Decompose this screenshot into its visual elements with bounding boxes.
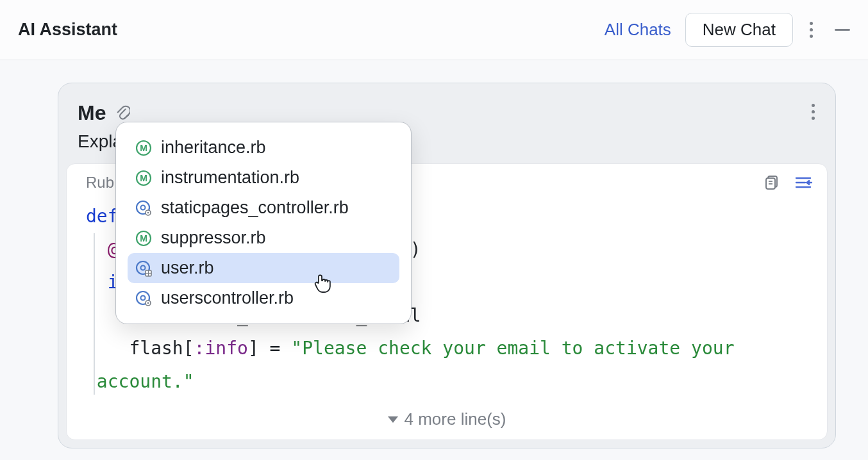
code-language-label: Rub [86,174,114,192]
code-gutter [94,233,95,395]
file-item-inheritance[interactable]: M inheritance.rb [128,133,399,163]
file-item-label: inheritance.rb [161,138,266,158]
copy-icon[interactable] [763,173,782,192]
module-icon: M [135,170,152,186]
file-item-user[interactable]: user.rb [128,253,399,283]
svg-point-12 [141,205,146,209]
attachment-icon[interactable] [116,105,130,122]
module-icon: M [135,140,152,156]
svg-point-14 [147,211,149,213]
svg-point-18 [141,265,146,270]
app-title: AI Assistant [18,20,117,40]
new-chat-button[interactable]: New Chat [685,13,793,47]
header-bar: AI Assistant All Chats New Chat [0,0,868,60]
file-item-label: suppressor.rb [161,228,266,248]
svg-text:M: M [140,143,147,153]
file-item-label: instrumentation.rb [161,168,299,188]
chevron-down-icon [388,416,398,423]
message-author: Me [78,101,106,125]
code-token-keyword: def [86,206,119,227]
svg-text:M: M [140,233,147,243]
svg-text:M: M [140,173,147,183]
controller-icon [135,260,152,277]
insert-code-icon[interactable] [794,173,813,192]
code-token-symbol: :info [194,338,248,359]
file-item-label: userscontroller.rb [161,288,294,308]
code-token-string: "Please check your email to activate you… [291,338,734,359]
code-token-text: flash[ [129,338,194,359]
all-chats-link[interactable]: All Chats [605,20,671,40]
header-actions: All Chats New Chat [605,13,850,47]
controller-icon [135,290,152,307]
file-item-userscontroller[interactable]: userscontroller.rb [128,283,399,313]
minimize-icon[interactable] [835,29,850,31]
header-more-icon[interactable] [807,19,815,40]
file-item-suppressor[interactable]: M suppressor.rb [128,223,399,253]
code-token-text: ] = [248,338,291,359]
file-picker-popup: M inheritance.rb M instrumentation.rb st… [115,122,412,324]
svg-point-23 [141,295,146,300]
code-token-string: account." [86,371,194,392]
svg-point-25 [147,302,149,304]
expand-code-button[interactable]: 4 more line(s) [67,404,827,439]
file-item-label: staticpages_controller.rb [161,198,349,218]
module-icon: M [135,230,152,247]
file-item-staticpages[interactable]: staticpages_controller.rb [128,193,399,223]
controller-icon [135,200,152,217]
more-lines-label: 4 more line(s) [405,409,506,429]
file-item-instrumentation[interactable]: M instrumentation.rb [128,163,399,193]
message-more-icon[interactable] [809,101,817,122]
file-item-label: user.rb [161,258,214,278]
